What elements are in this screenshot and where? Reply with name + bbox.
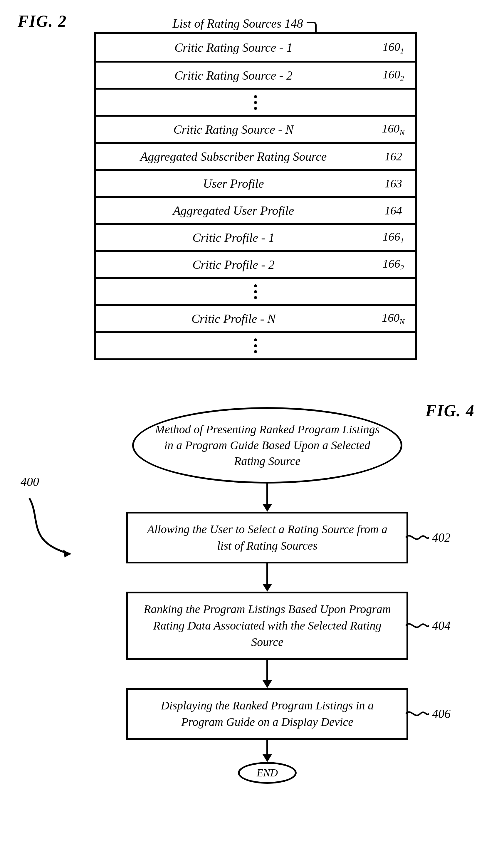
table-row: Critic Rating Source - N160N	[96, 115, 415, 142]
row-ref: 1662	[371, 257, 415, 272]
table-row: Critic Profile - N160N	[96, 304, 415, 331]
row-ref: 163	[371, 177, 415, 190]
row-label: Critic Profile - 2	[96, 258, 371, 272]
flow-step-text: Displaying the Ranked Program Listings i…	[161, 699, 373, 728]
row-ref: 164	[371, 204, 415, 217]
arrow-down-icon	[262, 660, 272, 688]
row-ref: 1602	[371, 68, 415, 83]
row-ref: 160N	[371, 122, 415, 137]
rating-sources-table: Critic Rating Source - 11601Critic Ratin…	[94, 32, 417, 360]
ref-number: 404	[432, 617, 451, 634]
vertical-ellipsis-icon	[96, 88, 415, 115]
table-row: Aggregated Subscriber Rating Source162	[96, 142, 415, 169]
flowchart: 400 Method of Presenting Ranked Program …	[82, 407, 452, 784]
row-label: Critic Rating Source - 2	[96, 68, 371, 83]
row-label: Critic Profile - N	[96, 312, 371, 326]
figure-2-label: FIG. 2	[18, 12, 67, 30]
flow-step-406: Displaying the Ranked Program Listings i…	[126, 688, 408, 740]
table-row: Aggregated User Profile164	[96, 196, 415, 223]
row-ref: 1601	[371, 40, 415, 55]
row-ref: 1661	[371, 230, 415, 245]
arrow-down-icon	[262, 563, 272, 592]
arrow-down-icon	[262, 483, 272, 512]
row-ref: 162	[371, 150, 415, 163]
row-label: Critic Rating Source - N	[96, 123, 371, 137]
ref-connector: 404	[406, 617, 451, 634]
flow-step-text: Allowing the User to Select a Rating Sou…	[147, 523, 387, 552]
squiggle-icon	[406, 532, 429, 544]
svg-marker-0	[63, 550, 70, 558]
curved-arrow-icon	[24, 495, 82, 560]
ref-connector: 402	[406, 529, 451, 546]
table-row: Critic Rating Source - 11601	[96, 34, 415, 61]
flow-step-402: Allowing the User to Select a Rating Sou…	[126, 512, 408, 563]
ref-number: 402	[432, 529, 451, 546]
title-pointer-icon	[307, 22, 317, 32]
flow-start-text: Method of Presenting Ranked Program List…	[154, 422, 380, 469]
ref-number: 406	[432, 705, 451, 723]
flow-end: END	[238, 762, 297, 784]
table-row: Critic Profile - 21662	[96, 250, 415, 277]
squiggle-icon	[406, 708, 429, 720]
vertical-ellipsis-icon	[96, 331, 415, 358]
row-label: Critic Profile - 1	[96, 231, 371, 245]
row-label: User Profile	[96, 177, 371, 191]
table-row: User Profile163	[96, 169, 415, 196]
arrow-down-icon	[262, 740, 272, 762]
squiggle-icon	[406, 620, 429, 632]
vertical-ellipsis-icon	[96, 277, 415, 304]
row-ref: 160N	[371, 311, 415, 326]
row-label: Critic Rating Source - 1	[96, 41, 371, 55]
ref-connector: 406	[406, 705, 451, 723]
flow-step-404: Ranking the Program Listings Based Upon …	[126, 592, 408, 660]
table-row: Critic Profile - 11661	[96, 223, 415, 250]
row-label: Aggregated User Profile	[96, 204, 371, 218]
flow-start: Method of Presenting Ranked Program List…	[132, 407, 403, 483]
list-title: List of Rating Sources 148	[173, 16, 303, 30]
ref-400: 400	[24, 495, 82, 561]
flow-end-text: END	[257, 767, 278, 779]
table-row: Critic Rating Source - 21602	[96, 61, 415, 88]
flow-step-text: Ranking the Program Listings Based Upon …	[144, 602, 391, 648]
row-label: Aggregated Subscriber Rating Source	[96, 150, 371, 164]
